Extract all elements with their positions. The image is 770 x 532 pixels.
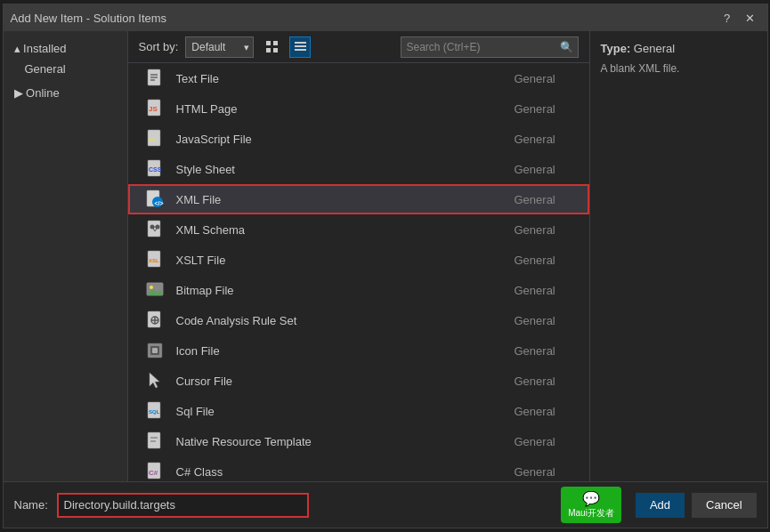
text-file-icon [141, 64, 169, 93]
online-label: ▶ Online [14, 86, 60, 100]
wechat-text: Maui开发者 [568, 507, 614, 520]
list-item[interactable]: JS HTML Page General [128, 93, 589, 124]
help-button[interactable]: ? [717, 8, 737, 28]
list-item[interactable]: SQL Sql File General [128, 396, 589, 426]
add-button[interactable]: Add [636, 493, 685, 518]
svg-point-30 [150, 286, 153, 289]
item-category: General [515, 193, 577, 206]
item-category: General [515, 405, 577, 418]
cursor-icon [141, 367, 169, 395]
code-analysis-icon [141, 306, 169, 335]
svg-text:SQL: SQL [149, 409, 160, 415]
grid-view-button[interactable] [261, 36, 282, 58]
wechat-badge: 💬 Maui开发者 [561, 487, 621, 523]
svg-text:XSL: XSL [149, 258, 159, 263]
svg-rect-5 [295, 45, 306, 47]
bitmap-icon [141, 276, 169, 304]
item-name: HTML Page [176, 102, 515, 116]
list-item[interactable]: CSS Style Sheet General [128, 154, 589, 184]
list-item[interactable]: XML Schema General [128, 214, 589, 245]
js-icon: JS [141, 125, 169, 153]
list-view-button[interactable] [289, 36, 311, 58]
list-item[interactable]: Cursor File General [128, 366, 589, 396]
name-input[interactable] [57, 493, 309, 518]
list-item[interactable]: Native Resource Template General [128, 426, 589, 456]
svg-rect-1 [273, 41, 278, 45]
type-label: Type: [601, 42, 631, 55]
item-category: General [515, 344, 577, 358]
sidebar: ▴ Installed General ▶ Online [4, 31, 128, 481]
list-item[interactable]: Code Analysis Rule Set General [128, 305, 589, 335]
sort-select[interactable]: Default Name Category [185, 36, 254, 58]
sidebar-item-general[interactable]: General [4, 59, 127, 79]
add-new-item-dialog: Add New Item - Solution Items ? ✕ ▴ Inst… [3, 4, 768, 528]
item-category: General [515, 435, 577, 448]
list-item[interactable]: Bitmap File General [128, 275, 589, 305]
item-category: General [515, 254, 577, 267]
dialog-body: ▴ Installed General ▶ Online Sort by: De… [4, 31, 767, 481]
search-button[interactable]: 🔍 [556, 36, 578, 58]
item-category: General [515, 163, 577, 176]
item-category: General [515, 72, 577, 85]
icon-file-icon [141, 336, 169, 365]
type-value: General [634, 42, 675, 55]
search-box: 🔍 [401, 36, 579, 58]
item-list: Text File General JS HTML Page General [128, 63, 589, 481]
item-name: Bitmap File [176, 284, 515, 297]
svg-rect-3 [273, 48, 278, 52]
item-name: JavaScript File [176, 133, 515, 146]
svg-text:JS: JS [149, 136, 157, 142]
svg-text:</>: </> [154, 200, 163, 206]
svg-rect-38 [152, 348, 158, 353]
toolbar: Sort by: Default Name Category [128, 31, 589, 63]
item-category: General [515, 133, 577, 146]
xml-schema-icon [141, 215, 169, 244]
name-label: Name: [14, 498, 50, 512]
installed-label: ▴ Installed [14, 42, 67, 55]
search-input[interactable] [401, 37, 556, 57]
item-name: Style Sheet [176, 163, 515, 176]
svg-rect-6 [295, 49, 306, 51]
list-item[interactable]: Text File General [128, 63, 589, 93]
close-button[interactable]: ✕ [741, 8, 760, 28]
csharp-icon: C# [141, 457, 169, 481]
item-category: General [515, 314, 577, 327]
general-label: General [25, 62, 66, 76]
item-category: General [515, 223, 577, 237]
main-content: Sort by: Default Name Category [128, 31, 589, 481]
xml-icon: </> [141, 185, 169, 214]
cancel-button[interactable]: Cancel [692, 493, 756, 518]
dialog-title: Add New Item - Solution Items [11, 12, 167, 25]
sort-label: Sort by: [139, 40, 179, 53]
sql-icon: SQL [141, 397, 169, 425]
title-bar-buttons: ? ✕ [717, 8, 760, 28]
list-item[interactable]: Icon File General [128, 335, 589, 366]
title-bar: Add New Item - Solution Items ? ✕ [4, 4, 767, 31]
item-name: Code Analysis Rule Set [176, 314, 515, 327]
list-item[interactable]: XSL XSLT File General [128, 245, 589, 275]
svg-rect-42 [148, 432, 160, 448]
sort-select-wrapper: Default Name Category [185, 36, 254, 58]
item-name: XSLT File [176, 254, 515, 267]
svg-text:JS: JS [149, 105, 158, 113]
svg-rect-2 [266, 48, 271, 52]
item-name: Text File [176, 72, 515, 85]
item-name: Sql File [176, 405, 515, 418]
item-name: Cursor File [176, 375, 515, 388]
wechat-icon: 💬 [582, 490, 600, 507]
svg-text:C#: C# [149, 469, 158, 477]
svg-rect-4 [295, 42, 306, 44]
type-description: A blank XML file. [601, 60, 757, 77]
item-category: General [515, 375, 577, 388]
item-name: XML Schema [176, 223, 515, 237]
html-icon: JS [141, 94, 169, 123]
sidebar-item-online[interactable]: ▶ Online [4, 83, 127, 103]
type-display: Type: General [601, 42, 757, 55]
svg-text:CSS: CSS [149, 166, 162, 173]
right-panel: Type: General A blank XML file. [589, 31, 767, 481]
sidebar-item-installed[interactable]: ▴ Installed [4, 38, 127, 59]
list-item[interactable]: C# C# Class General [128, 456, 589, 481]
list-item-xml-file[interactable]: </> XML File General [128, 184, 589, 214]
list-item[interactable]: JS JavaScript File General [128, 124, 589, 154]
svg-marker-39 [150, 373, 159, 388]
